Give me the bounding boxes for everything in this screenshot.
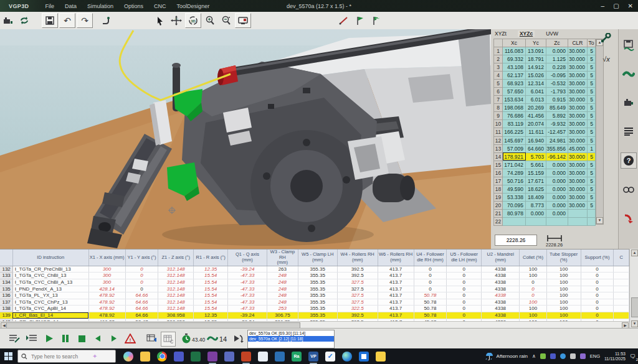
cell[interactable]: 30.000 bbox=[568, 55, 588, 63]
cell[interactable]: 4 bbox=[494, 72, 503, 80]
viewport-3d[interactable] bbox=[0, 29, 491, 249]
cell[interactable]: 50.78 bbox=[414, 299, 447, 306]
cell[interactable]: 68.923 bbox=[503, 80, 526, 88]
refresh-icon[interactable] bbox=[17, 14, 32, 27]
cell[interactable]: 69.332 bbox=[503, 55, 526, 63]
cell[interactable]: 11.611 bbox=[526, 128, 546, 136]
program-list-icon[interactable] bbox=[621, 124, 636, 139]
cursor-icon[interactable] bbox=[153, 14, 168, 27]
table-row[interactable]: 1750.71617.6710.00030.0005 bbox=[494, 177, 596, 185]
cell[interactable]: 300 bbox=[88, 266, 125, 273]
tray-defender-icon[interactable] bbox=[540, 353, 546, 359]
cell[interactable]: I_TGTa_CR_PreChBl_13 bbox=[12, 266, 88, 273]
cell[interactable]: 413.7 bbox=[378, 273, 414, 279]
table-row[interactable]: 1357.00964.660355.85645.0001 bbox=[494, 144, 596, 152]
table-row[interactable]: 1083.11920.074-9.93230.0005 bbox=[494, 120, 596, 128]
cell[interactable]: 20.074 bbox=[526, 120, 546, 128]
cell[interactable]: 0 bbox=[581, 306, 614, 312]
cell[interactable]: I_PND_PendX_A_13 bbox=[12, 286, 88, 292]
column-header[interactable]: C bbox=[614, 250, 629, 266]
cell[interactable] bbox=[614, 312, 629, 319]
minimize-icon[interactable]: – bbox=[601, 2, 605, 9]
cell[interactable]: 0 bbox=[447, 279, 482, 286]
program-tree-icon[interactable] bbox=[25, 332, 39, 345]
cell[interactable]: 0.000 bbox=[546, 193, 568, 201]
timer-icon[interactable] bbox=[179, 332, 193, 345]
cell[interactable] bbox=[614, 292, 629, 299]
table-row[interactable]: 136I_TGTa_PL_YX_13478.9264.66312.14815.5… bbox=[0, 292, 629, 299]
cell[interactable]: 0 bbox=[581, 312, 614, 319]
cell[interactable]: 50.78 bbox=[414, 306, 447, 312]
cell[interactable]: 100 bbox=[546, 312, 581, 319]
cell[interactable]: 6 bbox=[494, 88, 503, 96]
table-row[interactable]: 1849.59018.6250.00030.0005 bbox=[494, 185, 596, 193]
column-header[interactable]: U2 - Mandrel (mm) bbox=[482, 250, 520, 266]
menu-bar[interactable]: FileDataSimulationOptionsCNCToolDesigner bbox=[45, 3, 210, 9]
cell[interactable]: 355.35 bbox=[298, 273, 337, 279]
taskbar-icon-edge[interactable] bbox=[342, 352, 352, 362]
cell[interactable]: 4338 bbox=[482, 299, 520, 306]
cell[interactable]: 5 bbox=[588, 63, 596, 72]
menu-item[interactable]: Data bbox=[65, 3, 77, 9]
cell[interactable]: 136 bbox=[0, 292, 12, 299]
cell[interactable]: 18 bbox=[494, 185, 503, 193]
cell[interactable]: -0.095 bbox=[546, 72, 568, 80]
cell[interactable]: 3 bbox=[494, 63, 503, 72]
cell[interactable]: 100 bbox=[520, 306, 547, 312]
cell[interactable]: -0.532 bbox=[546, 80, 568, 88]
cell[interactable] bbox=[588, 209, 596, 217]
cell[interactable]: 100 bbox=[520, 299, 547, 306]
cell[interactable]: 327.5 bbox=[337, 299, 378, 306]
taskbar-icon-excel[interactable] bbox=[191, 352, 201, 362]
cell[interactable]: 5 bbox=[588, 152, 596, 161]
save-program-icon[interactable] bbox=[621, 38, 636, 53]
cell[interactable]: 5.703 bbox=[526, 152, 546, 161]
cell[interactable]: 5 bbox=[588, 193, 596, 201]
cell[interactable]: 248 bbox=[267, 279, 298, 286]
tray-display-icon[interactable] bbox=[570, 353, 576, 359]
cell[interactable]: 0 bbox=[447, 306, 482, 312]
step-back-button[interactable] bbox=[91, 332, 105, 345]
cell[interactable] bbox=[526, 217, 546, 225]
cell[interactable]: 171.042 bbox=[503, 161, 526, 169]
column-header[interactable]: X1 - X axis (mm) bbox=[88, 250, 125, 266]
cell[interactable]: 0.000 bbox=[546, 209, 568, 217]
cell[interactable]: 30.000 bbox=[568, 128, 588, 136]
rotate-3d-icon[interactable]: 3D bbox=[185, 13, 201, 28]
cell[interactable]: I_TGTa_PL_YX_13 bbox=[12, 292, 88, 299]
cell[interactable]: 0.228 bbox=[546, 63, 568, 72]
cell[interactable]: 8.773 bbox=[526, 201, 546, 209]
taskbar-icon-teams[interactable] bbox=[174, 352, 184, 362]
cell[interactable]: 100 bbox=[546, 273, 581, 279]
cell[interactable]: 132 bbox=[0, 266, 12, 273]
cell[interactable]: -9.932 bbox=[546, 120, 568, 128]
move-3d-icon[interactable]: 3D bbox=[169, 14, 184, 27]
coord-table-scrollbar[interactable]: ▲ ▼ bbox=[596, 39, 604, 225]
cell[interactable]: 6.041 bbox=[526, 88, 546, 96]
cell[interactable]: 4338 bbox=[482, 306, 520, 312]
cell[interactable]: 5 bbox=[588, 104, 596, 112]
cell[interactable]: 312.148 bbox=[158, 266, 194, 273]
cell[interactable]: 0 bbox=[125, 286, 158, 292]
cell[interactable]: 50.78 bbox=[414, 292, 447, 299]
cell[interactable]: 12.35 bbox=[194, 312, 228, 319]
cell[interactable]: 20 bbox=[494, 201, 503, 209]
table-row[interactable]: 462.13715.026-0.09530.0005 bbox=[494, 72, 596, 80]
cell[interactable]: 134 bbox=[0, 279, 12, 286]
cell[interactable]: 145.697 bbox=[503, 136, 526, 144]
coord-tab[interactable]: XYZt bbox=[495, 30, 507, 37]
cell[interactable]: I_TGTa_CYC_ApBl_14 bbox=[12, 306, 88, 312]
cell[interactable]: 178.921 bbox=[503, 152, 526, 161]
table-row[interactable]: 1953.33818.4090.00030.0005 bbox=[494, 193, 596, 201]
cell[interactable]: 5 bbox=[588, 80, 596, 88]
status-line[interactable]: dev_5570a OK [69.30] [11:14] bbox=[248, 330, 334, 336]
column-header[interactable]: Tube Stopper (%) bbox=[546, 250, 581, 266]
menu-item[interactable]: CNC bbox=[154, 3, 166, 9]
column-header[interactable]: Zc bbox=[546, 39, 568, 47]
table-row[interactable]: 139I_CR_Bas_El_14478.9264.66308.95812.35… bbox=[0, 312, 629, 319]
menu-item[interactable]: Options bbox=[124, 3, 143, 9]
cell[interactable]: 30.000 bbox=[568, 63, 588, 72]
cell[interactable]: 4338 bbox=[482, 312, 520, 319]
cell[interactable]: 5 bbox=[588, 96, 596, 104]
cell[interactable]: 0 bbox=[125, 266, 158, 273]
